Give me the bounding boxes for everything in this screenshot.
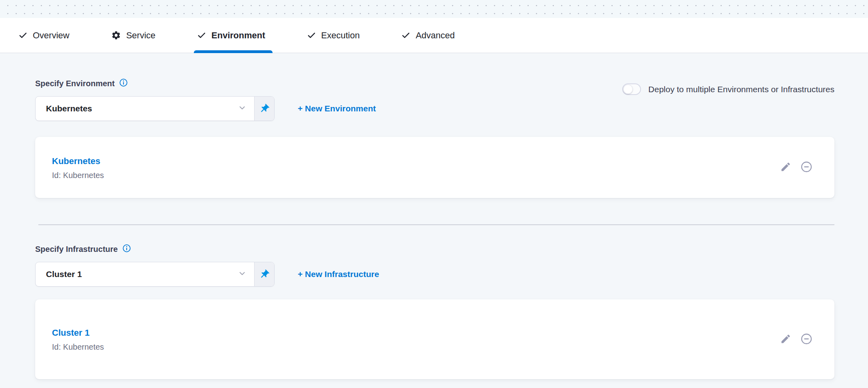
environment-select[interactable]: Kubernetes xyxy=(36,97,254,121)
pipeline-canvas-strip xyxy=(0,0,868,18)
check-icon xyxy=(197,31,206,40)
environment-card-title-link[interactable]: Kubernetes xyxy=(52,155,104,167)
environment-select-value: Kubernetes xyxy=(46,104,92,113)
tab-label: Execution xyxy=(321,30,360,41)
specify-infrastructure-label-text: Specify Infrastructure xyxy=(35,245,118,254)
chevron-down-icon xyxy=(237,103,247,115)
remove-infrastructure-button[interactable] xyxy=(800,333,813,346)
tab-label: Advanced xyxy=(416,30,455,41)
chevron-down-icon xyxy=(237,269,247,280)
tab-label: Environment xyxy=(211,30,265,41)
infrastructure-card-id: Id: Kubernetes xyxy=(52,342,104,352)
remove-environment-button[interactable] xyxy=(800,160,813,174)
environment-card-actions xyxy=(780,160,813,174)
environment-select-block: Specify Environment Kubernetes xyxy=(35,78,376,121)
infrastructure-card-actions xyxy=(780,333,813,346)
edit-environment-button[interactable] xyxy=(780,161,791,174)
section-divider xyxy=(38,224,834,225)
tab-label: Service xyxy=(126,30,155,41)
environment-tab-panel: Specify Environment Kubernetes xyxy=(0,78,868,379)
multi-env-toggle-label: Deploy to multiple Environments or Infra… xyxy=(648,85,834,94)
environment-select-group: Kubernetes xyxy=(35,96,275,121)
specify-environment-label-text: Specify Environment xyxy=(35,79,115,88)
tab-advanced[interactable]: Advanced xyxy=(401,18,455,53)
pencil-icon xyxy=(780,333,791,346)
tab-execution[interactable]: Execution xyxy=(307,18,360,53)
tab-overview[interactable]: Overview xyxy=(18,18,70,53)
environment-card-info: Kubernetes Id: Kubernetes xyxy=(52,155,104,180)
environment-pin-button[interactable] xyxy=(254,97,274,121)
tab-environment[interactable]: Environment xyxy=(197,18,265,53)
pencil-icon xyxy=(780,161,791,174)
tab-service[interactable]: Service xyxy=(111,18,155,53)
stage-tabbar: Overview Service Environment Execution A… xyxy=(0,18,868,53)
infrastructure-pin-button[interactable] xyxy=(254,262,274,286)
minus-circle-icon xyxy=(800,333,813,346)
infrastructure-select-block: Specify Infrastructure Cluster 1 xyxy=(35,243,834,287)
new-environment-link[interactable]: + New Environment xyxy=(298,104,376,113)
environment-card: Kubernetes Id: Kubernetes xyxy=(35,137,834,198)
environment-card-id: Id: Kubernetes xyxy=(52,171,104,180)
infrastructure-select-group: Cluster 1 xyxy=(35,262,275,287)
toggle-knob xyxy=(623,85,633,94)
specify-infrastructure-label: Specify Infrastructure xyxy=(35,243,834,255)
infrastructure-card-title-link[interactable]: Cluster 1 xyxy=(52,327,104,339)
multi-env-toggle[interactable] xyxy=(622,83,641,95)
infrastructure-select[interactable]: Cluster 1 xyxy=(36,262,254,286)
edit-infrastructure-button[interactable] xyxy=(780,333,791,346)
gear-icon xyxy=(111,30,121,40)
infrastructure-card: Cluster 1 Id: Kubernetes xyxy=(35,299,834,379)
check-icon xyxy=(307,31,316,40)
tab-label: Overview xyxy=(33,30,70,41)
infrastructure-card-info: Cluster 1 Id: Kubernetes xyxy=(52,327,104,352)
check-icon xyxy=(401,31,410,40)
thumbtack-icon xyxy=(257,267,272,282)
info-icon[interactable] xyxy=(122,244,131,255)
info-icon[interactable] xyxy=(119,78,128,89)
minus-circle-icon xyxy=(800,160,813,174)
check-icon xyxy=(18,31,28,40)
infrastructure-select-value: Cluster 1 xyxy=(46,269,82,279)
new-infrastructure-link[interactable]: + New Infrastructure xyxy=(298,269,379,279)
multi-env-toggle-row: Deploy to multiple Environments or Infra… xyxy=(622,83,834,95)
specify-environment-label: Specify Environment xyxy=(35,78,376,89)
thumbtack-icon xyxy=(257,101,272,116)
